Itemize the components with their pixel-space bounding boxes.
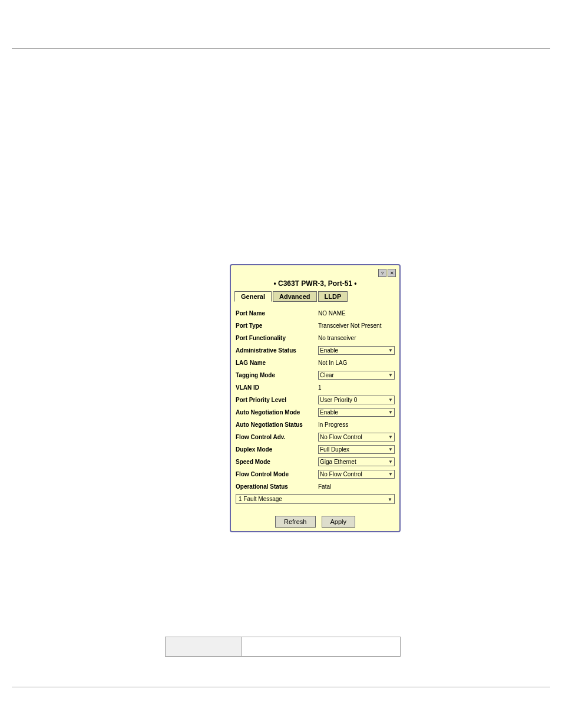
titlebar-icons: ? ✕ (378, 269, 396, 277)
flow-control-adv-select[interactable]: No Flow Control Symmetric Asymmetric (318, 433, 395, 442)
port-name-label: Port Name (236, 310, 318, 317)
tab-bar: General Advanced LLDP (234, 291, 396, 302)
port-type-row: Port Type Transceiver Not Present (236, 320, 395, 331)
auto-neg-mode-select-wrapper: Enable Disable (318, 408, 395, 417)
flow-control-mode-row: Flow Control Mode No Flow Control Symmet… (236, 469, 395, 479)
help-icon[interactable]: ? (378, 269, 386, 277)
auto-neg-mode-row: Auto Negotiation Mode Enable Disable (236, 407, 395, 417)
bottom-table-container (165, 637, 401, 657)
port-functionality-label: Port Functionality (236, 335, 318, 341)
flow-control-mode-select[interactable]: No Flow Control Symmetric Asymmetric (318, 470, 395, 479)
tab-general[interactable]: General (234, 291, 272, 302)
admin-status-select[interactable]: Enable Disable (318, 346, 395, 355)
tab-lldp[interactable]: LLDP (318, 291, 348, 302)
fault-message-select-wrapper: 1 Fault Message No Fault Messages (236, 494, 395, 504)
admin-status-select-wrapper: Enable Disable (318, 346, 395, 355)
port-priority-row: Port Priority Level User Priority 0 User… (236, 394, 395, 405)
duplex-mode-select[interactable]: Full Duplex Half Duplex (318, 445, 395, 454)
vlan-id-value: 1 (318, 384, 395, 391)
duplex-mode-label: Duplex Mode (236, 446, 318, 453)
lag-name-label: LAG Name (236, 360, 318, 366)
top-divider (12, 48, 550, 49)
port-type-value: Transceiver Not Present (318, 322, 395, 329)
port-priority-label: Port Priority Level (236, 397, 318, 403)
tagging-mode-label: Tagging Mode (236, 372, 318, 378)
operational-status-row: Operational Status Fatal (236, 481, 395, 492)
speed-mode-label: Speed Mode (236, 459, 318, 465)
auto-neg-mode-label: Auto Negotiation Mode (236, 409, 318, 416)
apply-button[interactable]: Apply (322, 516, 356, 528)
close-icon[interactable]: ✕ (388, 269, 396, 277)
lag-name-value: Not In LAG (318, 360, 395, 366)
lag-name-row: LAG Name Not In LAG (236, 357, 395, 368)
flow-control-mode-select-wrapper: No Flow Control Symmetric Asymmetric (318, 470, 395, 479)
auto-neg-status-value: In Progress (318, 421, 395, 428)
dialog-titlebar: ? ✕ (234, 269, 396, 277)
auto-neg-status-row: Auto Negotiation Status In Progress (236, 419, 395, 430)
duplex-mode-select-wrapper: Full Duplex Half Duplex (318, 445, 395, 454)
tagging-mode-select-wrapper: Clear Tagged Untagged (318, 371, 395, 380)
dialog-buttons: Refresh Apply (234, 513, 396, 528)
speed-mode-select-wrapper: Giga Ethernet 100 Mbps 10 Mbps (318, 457, 395, 466)
port-name-value: NO NAME (318, 310, 395, 317)
speed-mode-row: Speed Mode Giga Ethernet 100 Mbps 10 Mbp… (236, 456, 395, 467)
fault-message-row: 1 Fault Message No Fault Messages (236, 494, 395, 504)
flow-control-mode-label: Flow Control Mode (236, 471, 318, 477)
form-content: Port Name NO NAME Port Type Transceiver … (234, 305, 396, 509)
table-row-1 (166, 637, 401, 657)
port-type-label: Port Type (236, 322, 318, 329)
auto-neg-status-label: Auto Negotiation Status (236, 421, 318, 428)
port-priority-select-wrapper: User Priority 0 User Priority 1 User Pri… (318, 396, 395, 404)
port-name-row: Port Name NO NAME (236, 308, 395, 318)
flow-control-adv-row: Flow Control Adv. No Flow Control Symmet… (236, 431, 395, 442)
speed-mode-select[interactable]: Giga Ethernet 100 Mbps 10 Mbps (318, 457, 395, 466)
duplex-mode-row: Duplex Mode Full Duplex Half Duplex (236, 444, 395, 454)
operational-status-label: Operational Status (236, 483, 318, 490)
port-functionality-value: No transceiver (318, 335, 395, 341)
admin-status-label: Administrative Status (236, 347, 318, 354)
table-cell-1-1 (166, 637, 242, 657)
port-priority-select[interactable]: User Priority 0 User Priority 1 User Pri… (318, 396, 395, 404)
tagging-mode-row: Tagging Mode Clear Tagged Untagged (236, 370, 395, 380)
dialog-title: • C363T PWR-3, Port-51 • (234, 279, 396, 288)
auto-neg-mode-select[interactable]: Enable Disable (318, 408, 395, 417)
admin-status-row: Administrative Status Enable Disable (236, 345, 395, 355)
vlan-id-row: VLAN ID 1 (236, 382, 395, 393)
flow-control-adv-select-wrapper: No Flow Control Symmetric Asymmetric (318, 433, 395, 442)
tagging-mode-select[interactable]: Clear Tagged Untagged (318, 371, 395, 380)
bottom-table (165, 637, 401, 657)
tab-advanced[interactable]: Advanced (273, 291, 317, 302)
refresh-button[interactable]: Refresh (275, 516, 316, 528)
bottom-divider (12, 687, 550, 687)
dialog-window: ? ✕ • C363T PWR-3, Port-51 • General Adv… (230, 264, 401, 532)
operational-status-value: Fatal (318, 483, 395, 490)
table-cell-1-2 (242, 637, 401, 657)
vlan-id-label: VLAN ID (236, 384, 318, 391)
page-container: ? ✕ • C363T PWR-3, Port-51 • General Adv… (0, 0, 562, 728)
port-functionality-row: Port Functionality No transceiver (236, 332, 395, 343)
flow-control-adv-label: Flow Control Adv. (236, 434, 318, 440)
fault-message-select[interactable]: 1 Fault Message No Fault Messages (236, 494, 395, 504)
